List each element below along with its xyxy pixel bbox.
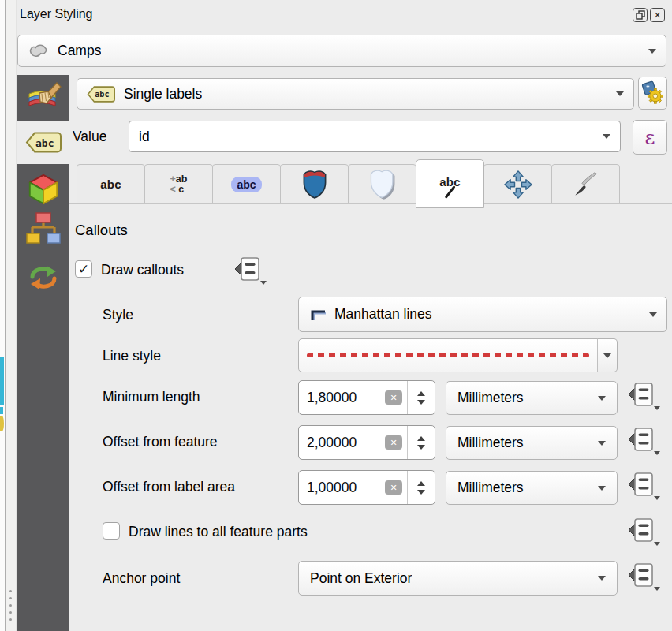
grip-dot	[9, 597, 12, 599]
offset-from-feature-label: Offset from feature	[103, 434, 218, 450]
value-label: Value	[73, 129, 106, 145]
data-defined-override-icon	[625, 517, 662, 547]
sidebar-lower-block	[17, 164, 69, 631]
layer-selector-value: Camps	[58, 43, 101, 59]
background-tab-icon	[368, 168, 397, 201]
tab-callouts[interactable]: abc	[416, 159, 484, 208]
expression-builder-button[interactable]: ε	[633, 120, 667, 155]
callout-style-value: Manhattan lines	[334, 306, 432, 323]
draw-lines-all-parts-label: Draw lines to all feature parts	[129, 524, 308, 540]
tab-text[interactable]: abc	[77, 164, 145, 204]
close-button[interactable]: ✕	[650, 8, 665, 22]
tab-buffer[interactable]: abc	[212, 164, 281, 204]
offset-from-feature-unit-combo[interactable]: Millimeters	[446, 426, 618, 460]
sidebar-item-diagrams[interactable]	[25, 211, 62, 249]
minimum-length-unit-combo[interactable]: Millimeters	[446, 381, 618, 415]
tab-rendering[interactable]	[551, 164, 620, 204]
spin-down-icon	[417, 400, 425, 405]
sidebar-item-3d-view[interactable]	[26, 172, 61, 210]
grip-dot	[9, 611, 12, 614]
buffer-tab-icon: abc	[231, 177, 261, 192]
chevron-down-icon	[598, 396, 606, 401]
style-label: Style	[103, 307, 133, 323]
labeling-method-value: Single labels	[124, 86, 202, 103]
grip-dot	[9, 604, 12, 607]
clear-icon: ✕	[390, 438, 397, 448]
offset-from-label-area-override-button[interactable]	[625, 472, 662, 505]
clear-value-button[interactable]: ✕	[385, 390, 402, 405]
spin-down-icon	[417, 490, 425, 495]
layer-selector-combo[interactable]: Camps	[17, 35, 666, 67]
mask-tab-icon	[301, 169, 328, 200]
clear-value-button[interactable]: ✕	[385, 435, 402, 450]
callout-style-combo[interactable]: Manhattan lines	[298, 297, 667, 332]
symbology-paintbrush-icon	[25, 80, 62, 115]
tabbar-baseline	[69, 203, 672, 204]
data-defined-override-icon	[625, 562, 662, 592]
anchor-point-label: Anchor point	[103, 570, 180, 587]
spin-down-icon	[417, 445, 425, 450]
history-arrows-icon	[26, 262, 61, 293]
clear-icon: ✕	[390, 483, 397, 493]
draw-lines-all-parts-checkbox[interactable]	[103, 522, 120, 540]
offset-from-feature-spinbox[interactable]: 2,00000 ✕	[298, 425, 435, 460]
float-button[interactable]	[633, 8, 648, 22]
spinner-buttons[interactable]	[407, 426, 435, 459]
sidebar-item-history[interactable]	[26, 262, 61, 297]
tab-formatting[interactable]: +ab < c	[144, 164, 213, 204]
labels-abc-icon: abc	[87, 85, 115, 103]
sidebar-item-labels[interactable]: abc	[17, 121, 69, 164]
minimum-length-label: Minimum length	[103, 389, 200, 405]
map-feature-cyan	[0, 407, 3, 414]
data-defined-override-icon	[625, 382, 662, 412]
offset-from-label-area-label: Offset from label area	[103, 479, 235, 495]
anchor-point-override-button[interactable]	[625, 562, 662, 596]
svg-text:abc: abc	[35, 137, 54, 149]
data-defined-override-icon	[625, 427, 662, 457]
draw-lines-all-parts-override-button[interactable]	[625, 517, 662, 551]
grip-dot	[9, 618, 12, 621]
panel-title: Layer Styling	[20, 7, 93, 21]
value-field-text: id	[139, 129, 150, 145]
chevron-down-icon	[649, 312, 657, 317]
minimum-length-override-button[interactable]	[625, 382, 662, 415]
tab-placement[interactable]	[483, 164, 552, 204]
line-style-preview-button[interactable]	[298, 338, 598, 372]
rendering-tab-icon	[573, 171, 599, 198]
map-feature-yellow	[0, 416, 4, 431]
unit-value: Millimeters	[457, 435, 524, 451]
diagrams-icon	[25, 211, 62, 246]
manhattan-lines-icon	[308, 307, 327, 323]
unit-value: Millimeters	[457, 390, 524, 406]
offset-from-label-area-spinbox[interactable]: 1,00000 ✕	[298, 470, 435, 505]
labeling-method-combo[interactable]: abc Single labels	[77, 78, 634, 110]
close-icon: ✕	[654, 10, 661, 21]
data-defined-override-icon	[232, 256, 268, 286]
anchor-point-combo[interactable]: Point on Exterior	[298, 561, 618, 596]
line-style-dropdown-button[interactable]	[597, 338, 618, 372]
clear-value-button[interactable]: ✕	[385, 480, 402, 495]
spin-up-icon	[417, 481, 425, 486]
draw-callouts-override-button[interactable]	[232, 256, 268, 289]
clear-icon: ✕	[390, 393, 397, 403]
line-style-label: Line style	[103, 348, 161, 364]
offset-from-label-area-unit-combo[interactable]: Millimeters	[446, 471, 618, 505]
offset-from-feature-override-button[interactable]	[625, 427, 662, 460]
strip-seam	[16, 0, 17, 631]
panel-left-strip[interactable]	[6, 0, 17, 631]
spinner-buttons[interactable]	[407, 471, 435, 504]
chevron-down-icon	[598, 486, 606, 491]
minimum-length-spinbox[interactable]: 1,80000 ✕	[298, 380, 435, 415]
tab-background[interactable]	[348, 164, 416, 204]
sidebar-item-symbology[interactable]	[17, 75, 69, 121]
tab-mask[interactable]	[280, 164, 349, 204]
spinner-buttons[interactable]	[407, 381, 435, 414]
chevron-down-icon	[648, 49, 656, 54]
automated-placement-settings-button[interactable]	[638, 77, 667, 110]
draw-callouts-checkbox[interactable]: ✓	[75, 260, 92, 278]
map-feature-cyan	[0, 357, 4, 405]
value-field-combo[interactable]: id	[129, 121, 621, 152]
placement-tab-icon	[504, 170, 532, 199]
float-icon	[636, 10, 645, 20]
spin-up-icon	[417, 436, 425, 441]
